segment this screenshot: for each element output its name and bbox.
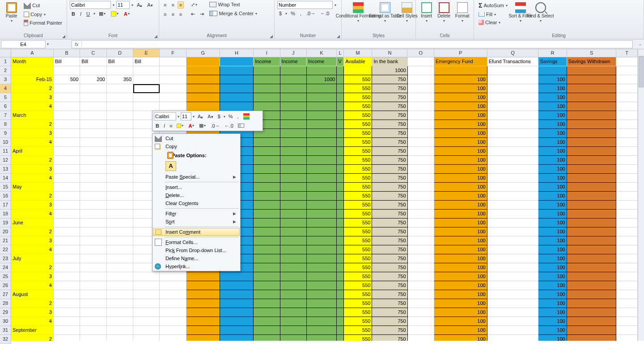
row-header-26[interactable]: 26 [0, 281, 11, 290]
cell-N30[interactable]: 750 [372, 317, 407, 326]
cell-J16[interactable] [280, 192, 307, 201]
cell-S23[interactable] [567, 254, 617, 263]
cell-D30[interactable] [107, 317, 133, 326]
cell-B29[interactable] [54, 308, 80, 317]
cell-G4[interactable] [186, 84, 220, 93]
column-header-J[interactable]: J [280, 49, 307, 57]
column-header-R[interactable]: R [538, 49, 567, 57]
cell-D31[interactable] [107, 326, 133, 335]
cell-I18[interactable] [254, 210, 280, 218]
underline-button[interactable]: U [85, 10, 92, 17]
cell-styles-button[interactable]: Cell Styles▾ [398, 1, 416, 24]
paste-button[interactable]: Paste ▾ [3, 1, 20, 24]
row-header-31[interactable]: 31 [0, 326, 11, 335]
cell-Q27[interactable] [487, 290, 539, 299]
formula-input[interactable] [82, 41, 632, 47]
cell-D29[interactable] [107, 308, 133, 317]
column-header-K[interactable]: K [307, 49, 337, 57]
row-header-4[interactable]: 4 [0, 84, 11, 93]
cell-D24[interactable] [107, 263, 133, 272]
cell-K28[interactable] [307, 299, 337, 308]
cell-M25[interactable]: 550 [344, 272, 372, 281]
cell-K16[interactable] [307, 192, 337, 201]
cell-K17[interactable] [307, 201, 337, 210]
cell-R11[interactable]: 100 [538, 147, 567, 156]
cell-Q30[interactable] [487, 317, 539, 326]
mini-font-size[interactable] [181, 112, 191, 120]
cell-S17[interactable] [567, 201, 617, 210]
cell-C24[interactable] [80, 263, 106, 272]
cell-T15[interactable] [616, 183, 638, 192]
cell-J2[interactable] [280, 66, 307, 75]
cell-I2[interactable] [254, 66, 280, 75]
cell-L6[interactable] [337, 102, 344, 111]
cell-L12[interactable] [337, 156, 344, 165]
ctx-paste-values-button[interactable]: A [165, 161, 176, 171]
cell-L22[interactable] [337, 245, 344, 254]
cell-J11[interactable] [280, 147, 307, 156]
wrap-text-button[interactable]: Wrap Text [208, 1, 259, 8]
cell-C3[interactable]: 200 [80, 75, 106, 84]
cell-P12[interactable]: 100 [434, 156, 487, 165]
cell-G28[interactable] [186, 299, 220, 308]
cell-D3[interactable]: 350 [107, 75, 133, 84]
cell-F2[interactable] [160, 66, 186, 75]
cell-Q14[interactable] [487, 174, 539, 183]
cell-L10[interactable] [337, 138, 344, 147]
cell-Q6[interactable] [487, 102, 539, 111]
cell-A3[interactable]: Feb-15 [11, 75, 54, 84]
cell-A13[interactable]: 3 [11, 165, 54, 174]
insert-cells-button[interactable]: Insert▾ [419, 1, 434, 24]
cell-N11[interactable]: 750 [372, 147, 407, 156]
mini-dec-decimal[interactable]: ←.0 [223, 122, 235, 129]
cell-P17[interactable]: 100 [434, 201, 487, 210]
cell-J30[interactable] [280, 317, 307, 326]
cell-J31[interactable] [280, 326, 307, 335]
cell-P2[interactable] [434, 66, 487, 75]
cell-E29[interactable] [133, 308, 160, 317]
cell-A19[interactable]: June [11, 218, 54, 227]
cell-A14[interactable]: 4 [11, 174, 54, 183]
row-header-27[interactable]: 27 [0, 290, 11, 299]
cell-G30[interactable] [186, 317, 220, 326]
cell-N25[interactable]: 750 [372, 272, 407, 281]
cell-A11[interactable]: April [11, 147, 54, 156]
cell-P22[interactable]: 100 [434, 245, 487, 254]
cell-B21[interactable] [54, 236, 80, 245]
cell-Q18[interactable] [487, 210, 539, 218]
cell-L14[interactable] [337, 174, 344, 183]
cell-J12[interactable] [280, 156, 307, 165]
cell-K25[interactable] [307, 272, 337, 281]
cell-E30[interactable] [133, 317, 160, 326]
column-header-C[interactable]: C [80, 49, 106, 57]
cell-H2[interactable] [220, 66, 254, 75]
cell-O2[interactable] [408, 66, 434, 75]
cell-L4[interactable] [337, 84, 344, 93]
cell-O14[interactable] [408, 174, 434, 183]
cell-O19[interactable] [408, 218, 434, 227]
cell-M20[interactable]: 550 [344, 227, 372, 236]
cell-B17[interactable] [54, 201, 80, 210]
cell-B5[interactable] [54, 93, 80, 102]
cell-K30[interactable] [307, 317, 337, 326]
align-center-button[interactable]: ≡ [169, 11, 176, 18]
cell-O29[interactable] [408, 308, 434, 317]
cell-I26[interactable] [254, 281, 280, 290]
cell-R18[interactable]: 100 [538, 210, 567, 218]
cell-J8[interactable] [280, 120, 307, 129]
cell-I14[interactable] [254, 174, 280, 183]
cell-M26[interactable]: 550 [344, 281, 372, 290]
cell-K3[interactable]: 1000 [307, 75, 337, 84]
column-header-O[interactable]: O [407, 49, 434, 57]
row-header-1[interactable]: 1 [0, 57, 11, 66]
cell-B22[interactable] [54, 245, 80, 254]
column-header-B[interactable]: B [54, 49, 80, 57]
cell-S26[interactable] [567, 281, 617, 290]
row-header-25[interactable]: 25 [0, 272, 11, 281]
cell-N12[interactable]: 750 [372, 156, 407, 165]
cell-R30[interactable]: 100 [538, 317, 567, 326]
cell-A18[interactable]: 4 [11, 210, 54, 218]
cell-K2[interactable] [307, 66, 337, 75]
row-header-5[interactable]: 5 [0, 93, 11, 102]
ctx-sort[interactable]: Sort▶ [153, 218, 240, 226]
